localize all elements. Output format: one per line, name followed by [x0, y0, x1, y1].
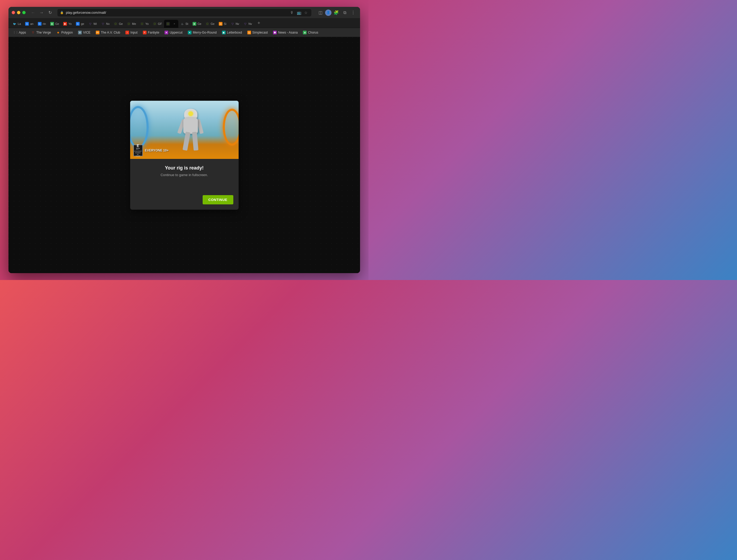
robot-body	[183, 118, 198, 134]
tab-label: Yo	[68, 22, 71, 25]
tab-manager-icon[interactable]: ⧉	[341, 9, 348, 16]
input-icon: I	[125, 31, 129, 34]
new-tab-button[interactable]: +	[255, 20, 263, 27]
tab-simplecast[interactable]: ◎ Si	[217, 20, 228, 28]
extensions-icon[interactable]: 🧩	[332, 9, 340, 16]
lock-icon: 🔒	[60, 11, 64, 14]
bookmark-star-icon[interactable]: ☆	[303, 10, 309, 16]
bookmark-label: Polygon	[61, 31, 73, 34]
microphone-icon[interactable]: 🎙	[289, 10, 295, 16]
tab-favicon: ▽	[101, 22, 105, 26]
tab-label: an	[30, 22, 33, 25]
info-panel: Your rig is ready! Continue to game in f…	[130, 159, 239, 210]
bookmark-fanbyte[interactable]: F Fanbyte	[141, 30, 161, 35]
tab-proton-1[interactable]: ▽ Wi	[86, 20, 99, 28]
merry-go-round-icon: ●	[188, 31, 191, 34]
bookmark-label: Apps	[19, 31, 26, 34]
browser-window: ← → ↻ 🔒 play.geforcenow.com/mall/ 🎙 📺 ☆ …	[8, 7, 360, 273]
pocket-icon[interactable]: ◫	[317, 9, 324, 16]
refresh-button[interactable]: ↻	[46, 9, 54, 16]
tab-youtube-2[interactable]: ⬡ Yo	[138, 20, 150, 28]
the-verge-icon: ▽	[31, 31, 35, 34]
bookmark-polygon[interactable]: ◆ Polygon	[54, 30, 75, 35]
maximize-window-button[interactable]	[22, 11, 26, 14]
tab-proton-3[interactable]: ▽ Nv	[228, 20, 241, 28]
game-image: E 10+ CONTENTRATED BYESRB EVERYONE 10+	[130, 101, 239, 159]
game-card: E 10+ CONTENTRATED BYESRB EVERYONE 10+ Y…	[130, 101, 239, 210]
esrb-10-label: 10+	[136, 148, 140, 150]
tab-favicon: ⬡	[114, 22, 117, 26]
tab-close-button[interactable]: ×	[172, 22, 176, 26]
letterboxd-icon: ▣	[222, 31, 226, 34]
titlebar-right: ◫ 👤 🧩 ⧉ ⋮	[317, 9, 357, 16]
tab-favicon: ▽	[88, 22, 92, 26]
tab-twitter[interactable]: 🐦 La	[11, 20, 23, 28]
simplecast-icon: ◎	[247, 31, 251, 34]
tab-label: Si	[224, 22, 226, 25]
bookmarks-bar: ⋮⋮ Apps ▽ The Verge ◆ Polygon V VICE AV …	[8, 28, 360, 37]
close-window-button[interactable]	[12, 11, 15, 14]
address-icons: 🎙 📺 ☆	[289, 10, 309, 16]
tab-favicon: ⬡	[205, 22, 209, 26]
tab-youtube[interactable]: ▶ Yo	[61, 20, 74, 28]
tab-proton-4[interactable]: ▽ Nv	[241, 20, 254, 28]
tab-google-3[interactable]: G ge	[74, 20, 86, 28]
esrb-content-label: CONTENTRATED BYESRB	[134, 150, 142, 157]
tab-favicon: G	[76, 22, 80, 26]
tab-favicon: ⬡	[166, 22, 170, 26]
tab-label: GF	[158, 22, 162, 25]
bookmark-letterboxd[interactable]: ▣ Letterboxd	[220, 30, 244, 35]
address-bar[interactable]: 🔒 play.geforcenow.com/mall/ 🎙 📺 ☆	[57, 9, 311, 16]
tab-label: Nv	[106, 22, 109, 25]
tab-nvidia-2[interactable]: ⬡ Me	[125, 20, 138, 28]
tab-label: St	[185, 22, 188, 25]
tab-favicon: ◈	[50, 22, 54, 26]
tab-google-2[interactable]: G rin	[36, 20, 48, 28]
nav-controls: ← → ↻	[29, 9, 54, 16]
bookmark-merry-go-round[interactable]: ● Merry-Go-Round	[186, 30, 219, 35]
esrb-badge: E 10+ CONTENTRATED BYESRB EVERYONE 10+	[133, 145, 169, 156]
robot-head	[184, 109, 197, 119]
tab-label: Nv	[236, 22, 239, 25]
bookmark-label: VICE	[83, 31, 90, 34]
asana-icon: ⬢	[273, 31, 277, 34]
profile-button[interactable]: 👤	[325, 10, 331, 16]
bookmark-apps[interactable]: ⋮⋮ Apps	[12, 30, 28, 35]
bookmark-label: News - Asana	[278, 31, 297, 34]
tab-gfn[interactable]: ⬡ GF	[151, 20, 164, 28]
tab-proton-2[interactable]: ▽ Nv	[99, 20, 112, 28]
tab-nvidia-1[interactable]: ⬡ Ge	[112, 20, 125, 28]
minimize-window-button[interactable]	[17, 11, 20, 14]
bookmark-label: Uppercut	[169, 31, 182, 34]
tab-active-gfn[interactable]: ⬡ ×	[164, 20, 178, 28]
bookmark-av-club[interactable]: AV The A.V. Club	[94, 30, 122, 35]
bookmark-asana[interactable]: ⬢ News - Asana	[271, 30, 300, 35]
tab-favicon: ⬡	[127, 22, 131, 26]
tab-favicon: ◎	[219, 22, 222, 26]
tab-bar: 🐦 La G an G rin ◈ Ge ▶ Yo G ge ▽ Wi ▽ N	[8, 19, 360, 28]
back-button[interactable]: ←	[29, 9, 37, 16]
bookmark-vice[interactable]: V VICE	[76, 30, 93, 35]
menu-button[interactable]: ⋮	[349, 9, 357, 16]
bookmark-the-verge[interactable]: ▽ The Verge	[29, 30, 53, 35]
tab-favicon: ⬡	[153, 22, 157, 26]
bookmark-label: Simplecast	[252, 31, 268, 34]
tab-steam[interactable]: ♨ St	[178, 20, 190, 28]
forward-button[interactable]: →	[38, 9, 45, 16]
bookmark-chorus[interactable]: ◈ Chorus	[301, 30, 320, 35]
tab-label: Ge	[55, 22, 59, 25]
cast-icon[interactable]: 📺	[296, 10, 302, 16]
tab-nvidia-3[interactable]: ⬡ Ge	[203, 20, 217, 28]
tab-ge-1[interactable]: ◈ Ge	[48, 20, 61, 28]
esrb-e-letter: E	[137, 144, 139, 148]
continue-button[interactable]: CONTINUE	[203, 195, 233, 204]
tab-google-1[interactable]: G an	[23, 20, 35, 28]
tab-label: Ge	[210, 22, 214, 25]
bookmark-label: The A.V. Club	[101, 31, 120, 34]
bookmark-label: Fanbyte	[148, 31, 159, 34]
tab-favicon: ▽	[231, 22, 234, 26]
bookmark-simplecast[interactable]: ◎ Simplecast	[245, 30, 270, 35]
bookmark-input[interactable]: I Input	[123, 30, 140, 35]
bookmark-uppercut[interactable]: ★ Uppercut	[162, 30, 185, 35]
tab-ge-2[interactable]: ◈ Ge	[190, 20, 204, 28]
